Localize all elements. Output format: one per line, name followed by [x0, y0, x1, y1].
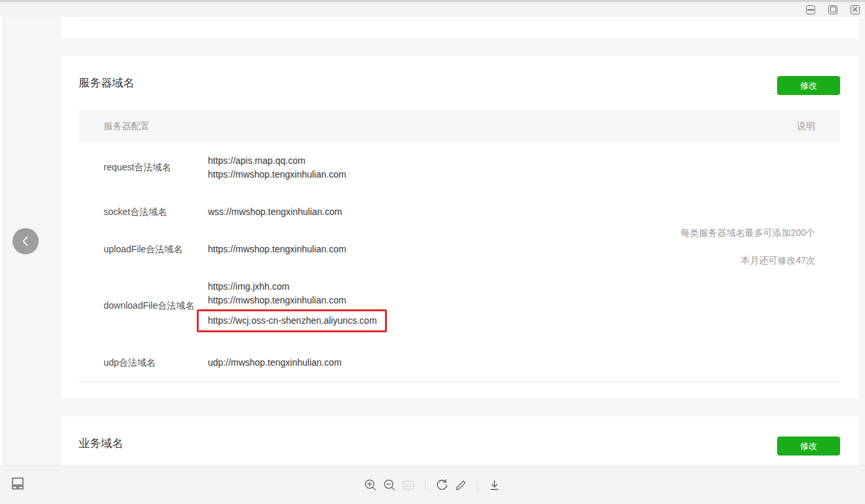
business-domain-title: 业务域名: [79, 436, 123, 452]
business-domain-modify-button[interactable]: 修改: [777, 436, 840, 456]
header-server-config: 服务器配置: [79, 121, 150, 132]
table-row: socket合法域名wss://mwshop.tengxinhulian.com: [79, 193, 840, 231]
row-label: socket合法域名: [104, 206, 208, 218]
window-controls: ✕: [806, 2, 860, 17]
table-row: request合法域名https://apis.map.qq.comhttps:…: [79, 142, 840, 193]
header-note: 说明: [797, 121, 840, 132]
collapse-panel-button[interactable]: [12, 228, 39, 254]
row-values: https://img.jxhh.comhttps://mwshop.tengx…: [208, 280, 387, 332]
minimize-icon: [807, 9, 814, 10]
window-titlebar: ✕: [0, 0, 865, 17]
zoom-in-button[interactable]: [364, 478, 377, 492]
remaining-modifications-note: 本月还可修改47次: [681, 254, 815, 267]
download-icon: [488, 478, 501, 492]
max-domains-note: 每类服务器域名最多可添加200个: [681, 226, 815, 239]
domain-value: https://img.jxhh.com: [208, 280, 387, 294]
collapsed-sidebar-strip: [0, 17, 4, 465]
row-label: request合法域名: [104, 162, 208, 174]
minimize-button[interactable]: [806, 5, 815, 14]
download-button[interactable]: [488, 478, 501, 492]
row-values: udp://mwshop.tengxinhulian.com: [208, 356, 342, 370]
row-label: udp合法域名: [104, 357, 208, 369]
row-values: wss://mwshop.tengxinhulian.com: [208, 205, 342, 219]
viewer-toolbar: 1:1: [0, 465, 865, 504]
server-domain-modify-button[interactable]: 修改: [777, 76, 840, 95]
close-icon: ✕: [852, 5, 859, 14]
maximize-button[interactable]: [828, 5, 837, 14]
actual-size-button[interactable]: 1:1: [402, 478, 415, 492]
table-row: downloadFile合法域名https://img.jxhh.comhttp…: [79, 268, 840, 344]
toolbar-separator: [477, 480, 478, 490]
row-label: uploadFile合法域名: [104, 244, 208, 256]
domain-limit-notes: 每类服务器域名最多可添加200个 本月还可修改47次: [681, 226, 815, 267]
maximize-icon: [830, 7, 836, 12]
edit-button[interactable]: [454, 478, 468, 492]
previous-section-card-partial: [61, 17, 858, 38]
zoom-out-icon: [383, 478, 396, 492]
actual-size-icon: 1:1: [402, 478, 415, 492]
zoom-out-button[interactable]: [383, 478, 396, 492]
toolbar-separator: [425, 480, 426, 490]
server-domain-title: 服务器域名: [79, 75, 134, 91]
refresh-button[interactable]: [435, 478, 449, 492]
business-domain-card: 业务域名 修改: [61, 416, 858, 472]
server-domain-card: 服务器域名 修改 服务器配置 说明 request合法域名https://api…: [61, 56, 858, 398]
domain-value: wss://mwshop.tengxinhulian.com: [208, 205, 342, 219]
row-label: downloadFile合法域名: [104, 300, 208, 312]
refresh-icon: [435, 478, 449, 492]
domain-value: https://apis.map.qq.com: [208, 154, 346, 168]
chevron-left-icon: [12, 228, 39, 254]
domain-value: udp://mwshop.tengxinhulian.com: [208, 356, 342, 370]
domain-value: https://mwshop.tengxinhulian.com: [208, 242, 346, 256]
viewer-tool-group: 1:1: [0, 466, 865, 504]
svg-text:1:1: 1:1: [405, 482, 412, 488]
table-bottom-divider: [79, 20, 840, 20]
close-button[interactable]: ✕: [851, 5, 860, 14]
row-values: https://apis.map.qq.comhttps://mwshop.te…: [208, 154, 346, 182]
domain-value: https://mwshop.tengxinhulian.com: [208, 294, 387, 307]
row-values: https://mwshop.tengxinhulian.com: [208, 242, 346, 256]
table-row: udp合法域名udp://mwshop.tengxinhulian.com: [79, 344, 840, 382]
edit-pencil-icon: [454, 478, 468, 492]
server-config-table-header: 服务器配置 说明: [79, 110, 840, 142]
domain-value-highlighted: https://wcj.oss-cn-shenzhen.aliyuncs.com: [197, 309, 387, 332]
domain-value: https://mwshop.tengxinhulian.com: [208, 168, 346, 182]
zoom-in-icon: [364, 478, 377, 492]
